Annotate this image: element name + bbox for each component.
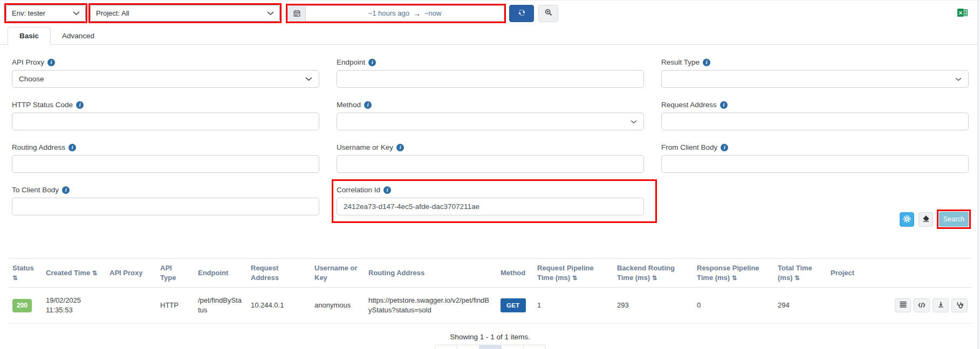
- sort-icon[interactable]: ⇅: [12, 275, 18, 281]
- cell-backend-routing-time: 293: [613, 288, 693, 324]
- col-header-request-pipeline-time[interactable]: Request Pipeline Time (ms) ⇅: [533, 259, 613, 288]
- cell-actions: [871, 288, 972, 324]
- gear-icon: [903, 215, 911, 225]
- header-label: Endpoint: [198, 269, 228, 277]
- sort-icon[interactable]: ⇅: [572, 275, 578, 281]
- info-icon[interactable]: i: [721, 144, 728, 151]
- form-action-buttons: Search: [661, 185, 969, 228]
- pagination: «« « 1 » »»: [0, 345, 980, 349]
- search-button[interactable]: Search: [939, 212, 969, 227]
- info-icon[interactable]: i: [396, 144, 404, 151]
- method-select[interactable]: [337, 113, 644, 130]
- sort-icon[interactable]: ⇅: [732, 275, 737, 281]
- cell-total-time: 294: [773, 288, 826, 324]
- table-row: 200 19/02/2025 11:35:53 HTTP /pet/findBy…: [8, 288, 972, 324]
- col-header-routing-address: Routing Address: [364, 259, 496, 288]
- info-icon[interactable]: i: [68, 144, 76, 151]
- info-icon[interactable]: i: [364, 101, 372, 109]
- info-icon[interactable]: i: [62, 186, 70, 194]
- row-action-buttons: [875, 298, 968, 312]
- code-icon: [918, 302, 926, 310]
- field-method: Method i: [337, 100, 644, 130]
- pagination-prev-button[interactable]: «: [457, 345, 479, 349]
- pagination-last-button[interactable]: »»: [523, 345, 546, 349]
- api-proxy-select[interactable]: Choose: [12, 70, 319, 88]
- cell-response-pipeline-time: 0: [693, 288, 773, 324]
- row-details-button[interactable]: [895, 298, 911, 312]
- header-label: Status: [12, 264, 34, 272]
- chevron-down-icon: [73, 9, 80, 17]
- topbar: Env: tester Project: All ~1 hours ag: [0, 1, 980, 23]
- col-header-request-address: Request Address: [246, 259, 310, 288]
- pagination-first-button[interactable]: ««: [435, 345, 457, 349]
- zoom-in-button[interactable]: [538, 5, 558, 22]
- label-text: Endpoint: [337, 58, 365, 66]
- routing-address-label: Routing Address i: [12, 143, 319, 152]
- label-text: To Client Body: [12, 186, 59, 194]
- info-icon[interactable]: i: [47, 59, 55, 66]
- refresh-button[interactable]: [509, 5, 534, 22]
- request-address-value: 10.244.0.1: [251, 301, 284, 309]
- cell-username-or-key: anonymous: [310, 288, 364, 324]
- field-username-or-key: Username or Key i: [337, 143, 644, 173]
- username-or-key-value: anonymous: [314, 301, 351, 309]
- clear-button[interactable]: [919, 212, 933, 227]
- result-type-label: Result Type i: [661, 58, 969, 67]
- date-range-picker[interactable]: ~1 hours ago → ~now: [287, 5, 504, 22]
- row-trace-button[interactable]: [951, 298, 968, 312]
- from-client-body-input[interactable]: [661, 155, 969, 173]
- pagination-next-button[interactable]: »: [501, 345, 524, 349]
- tab-basic[interactable]: Basic: [8, 27, 51, 45]
- username-or-key-input[interactable]: [337, 155, 644, 173]
- method-label: Method i: [337, 100, 644, 109]
- tab-advanced[interactable]: Advanced: [51, 27, 106, 44]
- info-icon[interactable]: i: [76, 101, 84, 109]
- label-text: Method: [337, 101, 361, 109]
- vertical-scrollbar[interactable]: [977, 1, 980, 349]
- cell-created-time: 19/02/2025 11:35:53: [42, 288, 105, 324]
- excel-icon: X: [957, 7, 968, 20]
- col-header-created-time[interactable]: Created Time ⇅: [42, 259, 105, 288]
- header-label: Response Pipeline Time (ms): [697, 264, 759, 282]
- row-code-button[interactable]: [914, 298, 930, 312]
- info-icon[interactable]: i: [383, 186, 391, 194]
- col-header-status[interactable]: Status ⇅: [8, 259, 42, 288]
- response-pipeline-time-value: 0: [697, 301, 701, 309]
- project-select-value: Project: All: [96, 9, 129, 17]
- date-range-value[interactable]: ~1 hours ago → ~now: [306, 6, 504, 21]
- export-to-excel-button[interactable]: X: [957, 7, 968, 20]
- tab-bar: Basic Advanced: [0, 23, 980, 45]
- endpoint-value: /pet/findByStatus: [198, 296, 242, 314]
- correlation-id-input[interactable]: [337, 198, 644, 215]
- row-download-button[interactable]: [933, 298, 949, 312]
- col-header-api-type: API Type: [156, 259, 194, 288]
- pagination-page-1-button[interactable]: 1: [479, 345, 502, 349]
- search-button-label: Search: [943, 215, 965, 223]
- backend-routing-time-value: 293: [617, 301, 629, 309]
- from-client-body-label: From Client Body i: [661, 143, 969, 152]
- calendar-icon[interactable]: [288, 6, 306, 21]
- env-select[interactable]: Env: tester: [6, 5, 86, 22]
- routing-address-input[interactable]: [12, 155, 319, 173]
- info-icon[interactable]: i: [720, 101, 728, 109]
- result-type-select[interactable]: [661, 70, 969, 88]
- request-address-input[interactable]: [661, 113, 969, 130]
- col-header-total-time[interactable]: Total Time (ms) ⇅: [773, 259, 826, 288]
- to-client-body-input[interactable]: [12, 198, 319, 215]
- sort-icon[interactable]: ⇅: [794, 275, 800, 281]
- col-header-backend-routing-time[interactable]: Backend Routing Time (ms) ⇅: [613, 259, 693, 288]
- info-icon[interactable]: i: [703, 59, 710, 66]
- header-label: Routing Address: [368, 269, 424, 277]
- field-from-client-body: From Client Body i: [661, 143, 969, 173]
- info-icon[interactable]: i: [368, 59, 376, 66]
- sort-icon[interactable]: ⇅: [652, 275, 657, 281]
- settings-button[interactable]: [900, 212, 914, 227]
- header-label: Project: [831, 269, 854, 277]
- endpoint-input[interactable]: [337, 70, 644, 88]
- field-request-address: Request Address i: [661, 100, 969, 130]
- col-header-response-pipeline-time[interactable]: Response Pipeline Time (ms) ⇅: [693, 259, 773, 288]
- sort-icon[interactable]: ⇅: [92, 270, 98, 276]
- search-plus-icon: [545, 9, 552, 18]
- http-status-code-input[interactable]: [12, 113, 319, 130]
- project-select[interactable]: Project: All: [90, 5, 280, 22]
